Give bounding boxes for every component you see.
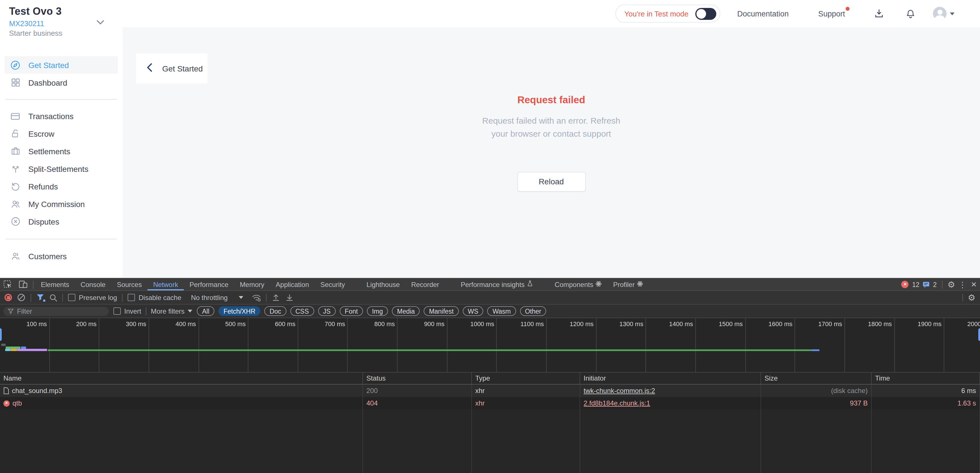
reload-button[interactable]: Reload [517,172,585,192]
tick-label: 500 ms [199,318,248,372]
throttling-select[interactable]: No throttling [191,293,243,301]
network-settings-gear-icon[interactable]: ⚙ [968,293,975,302]
divider [266,293,267,301]
account-switcher[interactable]: Test Ovo 3 MX230211 Starter business [0,0,123,37]
export-har-icon[interactable] [286,293,294,302]
inspect-element-icon[interactable] [0,279,15,290]
clear-network-log-icon[interactable] [17,293,25,302]
tick-label: 300 ms [100,318,149,372]
timeline-right-handle[interactable] [978,328,980,341]
filter-type-js[interactable]: JS [318,306,336,316]
tab-application[interactable]: Application [270,279,315,290]
column-header-status[interactable]: Status [363,373,472,384]
tab-performance-insights[interactable]: Performance insights [455,279,539,290]
support-link[interactable]: Support [818,10,845,18]
tab-profiler[interactable]: Profiler [608,279,649,290]
account-menu-caret-icon[interactable] [950,12,955,15]
sidebar-divider [6,99,117,100]
tab-sources[interactable]: Sources [111,279,148,290]
close-devtools-icon[interactable]: × [971,280,977,289]
chevron-down-icon[interactable] [96,17,104,27]
tab-lighthouse[interactable]: Lighthouse [361,279,405,290]
cell-time: 1.63 s [872,397,980,409]
tab-performance[interactable]: Performance [184,279,234,290]
tick-label: 1600 ms [746,318,795,372]
initiator-link[interactable]: 2.fd8b184e.chunk.js:1 [584,399,650,407]
column-header-initiator[interactable]: Initiator [580,373,761,384]
sidebar-item-my-commission[interactable]: My Commission [5,195,118,213]
column-header-name[interactable]: Name [0,373,363,384]
invert-control[interactable]: Invert [113,307,141,315]
console-message-icon[interactable] [923,281,929,288]
download-icon[interactable] [873,8,885,19]
disable-cache-checkbox[interactable] [128,294,135,301]
filter-input[interactable]: Filter [3,307,109,315]
message-count[interactable]: 2 [933,281,937,288]
sidebar-item-customers[interactable]: Customers [5,247,118,265]
column-header-size[interactable]: Size [761,373,872,384]
dashboard-grid-icon [10,77,21,88]
sidebar-item-get-started[interactable]: Get Started [5,56,118,74]
sidebar-item-escrow[interactable]: Escrow [5,125,118,142]
cell-type: xhr [472,397,580,409]
tab-components[interactable]: Components [549,279,608,290]
test-mode-toggle[interactable] [695,8,716,19]
more-filters-dropdown[interactable]: More filters [151,307,192,315]
filter-type-other[interactable]: Other [520,306,546,316]
filter-type-manifest[interactable]: Manifest [424,306,459,316]
filter-type-doc[interactable]: Doc [264,306,286,316]
sidebar-item-transactions[interactable]: Transactions [5,107,118,125]
filter-type-fetch-xhr[interactable]: Fetch/XHR [218,306,261,316]
documentation-link[interactable]: Documentation [737,10,789,18]
tab-recorder[interactable]: Recorder [406,279,445,290]
table-row[interactable]: × qtb 404 xhr 2.fd8b184e.chunk.js:1 937 … [0,397,980,409]
network-conditions-icon[interactable] [252,293,261,301]
tab-elements[interactable]: Elements [35,279,75,290]
tab-network[interactable]: Network [148,279,184,290]
table-row[interactable]: chat_sound.mp3 200 xhr twk-chunk-common.… [0,384,980,397]
filter-type-ws[interactable]: WS [463,306,484,316]
sidebar-item-refunds[interactable]: Refunds [5,177,118,195]
search-icon[interactable] [49,293,57,301]
column-header-type[interactable]: Type [472,373,580,384]
preserve-log-checkbox[interactable] [68,294,75,301]
import-har-icon[interactable] [272,293,280,302]
timeline-left-handle[interactable] [0,328,2,341]
sidebar-item-split-settlements[interactable]: Split-Settlements [5,160,118,177]
filter-type-all[interactable]: All [197,306,215,316]
sidebar-item-dashboard[interactable]: Dashboard [5,74,118,91]
invert-checkbox[interactable] [113,307,121,315]
error-count[interactable]: 12 [912,281,920,288]
tick-label: 1000 ms [447,318,497,372]
kebab-menu-icon[interactable]: ⋮ [958,280,966,288]
tab-security[interactable]: Security [315,279,351,290]
filter-type-font[interactable]: Font [340,306,363,316]
sidebar-item-settlements[interactable]: Settlements [5,142,118,160]
undo-arrow-icon [10,181,21,192]
tab-memory[interactable]: Memory [234,279,270,290]
settings-gear-icon[interactable]: ⚙ [947,280,955,289]
sidebar-item-disputes[interactable]: Disputes [5,213,118,230]
tick-label: 600 ms [248,318,298,372]
column-header-time[interactable]: Time [872,373,980,384]
disable-cache-control[interactable]: Disable cache [128,293,181,301]
initiator-link[interactable]: twk-chunk-common.js:2 [584,387,655,395]
dropdown-caret-icon [239,296,243,299]
bell-icon[interactable] [905,8,916,19]
back-button[interactable]: Get Started [136,53,208,83]
tab-label: Application [275,280,309,288]
device-toolbar-icon[interactable] [15,279,31,290]
network-overview-timeline[interactable]: 100 ms 200 ms 300 ms 400 ms 500 ms 600 m… [0,318,980,373]
cell-status: 404 [363,397,472,409]
record-network-log-icon[interactable] [5,294,12,301]
filter-type-media[interactable]: Media [392,306,420,316]
preserve-log-control[interactable]: Preserve log [68,293,117,301]
filter-type-img[interactable]: Img [367,306,388,316]
tab-console[interactable]: Console [75,279,111,290]
avatar[interactable] [933,7,947,21]
credit-card-icon [10,110,21,122]
filter-type-css[interactable]: CSS [290,306,314,316]
filter-funnel-icon[interactable] [36,294,44,301]
filter-type-wasm[interactable]: Wasm [487,306,516,316]
console-error-icon[interactable]: × [902,281,909,288]
